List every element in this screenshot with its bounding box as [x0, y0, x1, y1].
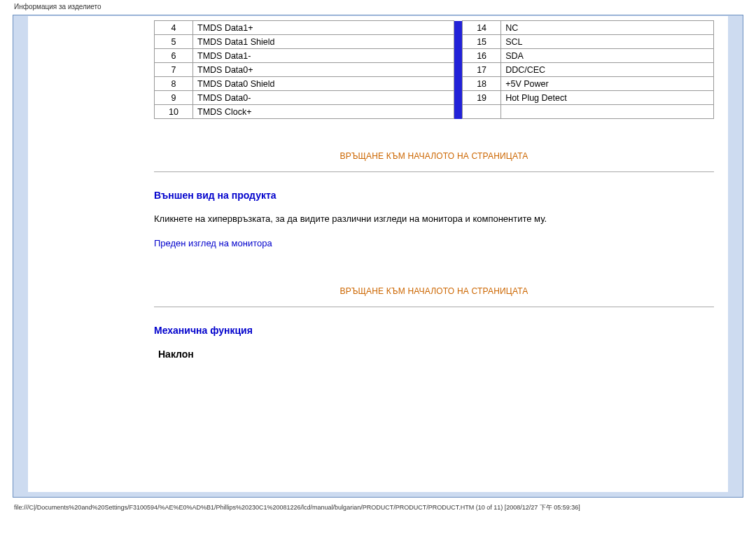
- pin-number: 19: [463, 91, 501, 105]
- page-path-header: Информация за изделието: [0, 0, 756, 13]
- pin-empty: [463, 105, 501, 119]
- mechanical-heading: Механична функция: [154, 325, 714, 336]
- appearance-heading: Външен вид на продукта: [154, 190, 714, 201]
- pin-number: 7: [155, 63, 193, 77]
- table-row: 7 TMDS Data0+ 17 DDC/CEC: [155, 63, 714, 77]
- page-frame: 4 TMDS Data1+ 14 NC 5 TMDS Data1 Shield …: [13, 15, 743, 498]
- pin-desc: Hot Plug Detect: [501, 91, 714, 105]
- pin-desc: TMDS Data1+: [193, 21, 454, 35]
- pin-number: 17: [463, 63, 501, 77]
- pin-assignment-table: 4 TMDS Data1+ 14 NC 5 TMDS Data1 Shield …: [154, 20, 714, 119]
- pin-number: 18: [463, 77, 501, 91]
- pin-desc: DDC/CEC: [501, 63, 714, 77]
- back-to-top-link[interactable]: ВРЪЩАНЕ КЪМ НАЧАЛОТО НА СТРАНИЦАТА: [340, 151, 528, 161]
- pin-desc: TMDS Clock+: [193, 105, 454, 119]
- back-to-top-link[interactable]: ВРЪЩАНЕ КЪМ НАЧАЛОТО НА СТРАНИЦАТА: [340, 286, 528, 296]
- pin-number: 8: [155, 77, 193, 91]
- front-view-link[interactable]: Преден изглед на монитора: [154, 238, 272, 248]
- pin-desc: TMDS Data0-: [193, 91, 454, 105]
- table-row: 6 TMDS Data1- 16 SDA: [155, 49, 714, 63]
- pin-number: 16: [463, 49, 501, 63]
- section-divider: [154, 307, 714, 307]
- table-spacer: [454, 21, 463, 119]
- pin-desc: TMDS Data0+: [193, 63, 454, 77]
- table-row: 4 TMDS Data1+ 14 NC: [155, 21, 714, 35]
- tilt-label: Наклон: [158, 349, 714, 360]
- pin-desc: TMDS Data1 Shield: [193, 35, 454, 49]
- back-to-top-block: ВРЪЩАНЕ КЪМ НАЧАЛОТО НА СТРАНИЦАТА: [154, 286, 714, 296]
- back-to-top-block: ВРЪЩАНЕ КЪМ НАЧАЛОТО НА СТРАНИЦАТА: [154, 150, 714, 161]
- right-margin: [728, 16, 742, 492]
- pin-number: 4: [155, 21, 193, 35]
- pin-empty: [501, 105, 714, 119]
- table-row: 9 TMDS Data0- 19 Hot Plug Detect: [155, 91, 714, 105]
- page-footer-path: file:///C|/Documents%20and%20Settings/F3…: [0, 502, 756, 517]
- section-divider: [154, 171, 714, 172]
- table-row: 5 TMDS Data1 Shield 15 SCL: [155, 35, 714, 49]
- pin-desc: NC: [501, 21, 714, 35]
- pin-desc: SCL: [501, 35, 714, 49]
- pin-number: 6: [155, 49, 193, 63]
- pin-number: 15: [463, 35, 501, 49]
- pin-number: 14: [463, 21, 501, 35]
- pin-desc: TMDS Data0 Shield: [193, 77, 454, 91]
- table-row: 10 TMDS Clock+: [155, 105, 714, 119]
- appearance-description: Кликнете на хипервръзката, за да видите …: [154, 213, 714, 224]
- pin-desc: TMDS Data1-: [193, 49, 454, 63]
- pin-number: 10: [155, 105, 193, 119]
- pin-desc: SDA: [501, 49, 714, 63]
- pin-number: 5: [155, 35, 193, 49]
- table-row: 8 TMDS Data0 Shield 18 +5V Power: [155, 77, 714, 91]
- sidebar-spacer: [28, 16, 154, 492]
- pin-desc: +5V Power: [501, 77, 714, 91]
- left-margin: [14, 16, 28, 492]
- main-content: 4 TMDS Data1+ 14 NC 5 TMDS Data1 Shield …: [154, 16, 728, 492]
- pin-number: 9: [155, 91, 193, 105]
